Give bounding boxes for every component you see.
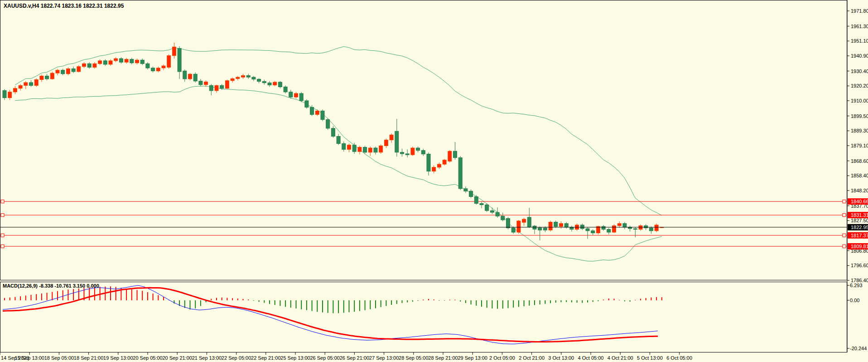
candle [390,135,393,140]
candle [644,226,648,228]
candle [19,85,22,88]
candle [151,68,155,71]
candle [3,91,6,98]
candle [363,147,367,152]
candle [448,151,452,161]
candle [326,120,330,128]
candle [458,158,462,189]
window-background [0,0,868,362]
macd-axis-label: 0.00 [850,298,859,303]
time-axis-label: 3 Oct 13:00 [548,355,574,361]
candle [496,212,499,216]
candle [580,225,584,229]
candle [368,148,372,152]
candle [384,140,388,146]
candle [554,222,558,227]
candle [586,229,589,231]
candle [13,88,17,92]
candle [623,224,627,227]
candle [199,81,203,85]
time-axis-label: 20 Sep 05:00 [133,355,162,361]
price-level-badge-text: 1809.81 [851,244,868,249]
candle [379,146,383,152]
price-axis-label: 1899.50 [851,113,868,119]
candle [443,160,446,164]
candle [421,151,425,154]
macd-indicator-label: MACD(12,26,9) -8.338 -10.761 3.150 0.000 [3,283,99,289]
candle [453,151,457,157]
candle [549,222,552,230]
macd-axis-label: -20.244 [850,346,867,351]
candle [294,93,298,97]
price-axis-label: 1951.10 [851,38,868,44]
candle [93,64,96,67]
candle [167,56,171,68]
candle [337,137,340,144]
price-level-badge-text: 1840.66 [851,199,868,204]
candle [347,145,351,150]
candle [395,131,399,152]
time-axis-label: 15 Sep 13:00 [14,355,44,361]
line-anchor-marker[interactable] [843,234,846,237]
price-axis-label: 1910.00 [851,98,868,103]
price-axis-label: 1920.20 [851,83,868,88]
price-axis-label: 1827.50 [851,218,868,223]
candle [559,224,563,226]
trading-chart-window: 1971.801961.301951.101940.901930.401920.… [0,0,868,362]
time-axis-label: 4 Oct 21:00 [608,355,633,361]
price-axis-label: 1961.30 [851,24,868,29]
candle [103,61,107,64]
candle [125,59,128,62]
time-axis-label: 28 Sep 21:00 [428,355,458,361]
candle [82,64,86,66]
candle [209,85,213,91]
candle [172,47,176,55]
candle [305,101,309,107]
candle [215,85,218,91]
time-axis-label: 4 Oct 05:00 [578,355,604,361]
candle [252,77,256,79]
time-axis-label: 6 Oct 05:00 [666,355,692,361]
candle [411,148,415,155]
price-axis-label: 1971.80 [851,8,868,14]
candle [374,148,377,152]
macd-axis-label: 6.293 [850,283,863,288]
time-axis-label: 22 Sep 05:00 [222,355,251,361]
candle [485,205,489,210]
candle [474,196,478,203]
candle [591,231,595,233]
candle [188,74,192,79]
time-axis-label: 18 Sep 21:00 [74,355,103,361]
time-axis-label: 26 Sep 05:00 [310,355,339,361]
candle [278,82,282,87]
candle [156,68,160,71]
candle [119,59,123,62]
line-anchor-marker[interactable] [1,245,4,248]
candle [564,224,568,227]
time-axis-label: 19 Sep 13:00 [103,355,133,361]
line-anchor-marker[interactable] [1,214,4,217]
time-axis-label: 26 Sep 21:00 [340,355,369,361]
candle [34,80,38,86]
time-axis-label: 29 Sep 13:00 [458,355,487,361]
candle [331,128,335,137]
candle [469,191,473,196]
line-anchor-marker[interactable] [1,234,4,237]
candle [257,79,261,82]
price-axis-label: 1868.60 [851,158,868,164]
time-axis-label: 25 Sep 13:00 [280,355,310,361]
candle [432,167,436,171]
candle [655,225,658,231]
candle [220,85,224,88]
candle [315,111,319,114]
candle [61,70,65,74]
line-anchor-marker[interactable] [843,214,846,217]
candle [352,145,356,152]
line-anchor-marker[interactable] [843,245,846,248]
chart-canvas[interactable]: 1971.801961.301951.101940.901930.401920.… [0,0,868,362]
line-anchor-marker[interactable] [843,200,846,203]
candle [24,83,28,85]
candle [98,61,102,64]
line-anchor-marker[interactable] [1,200,4,203]
candle [511,228,515,232]
